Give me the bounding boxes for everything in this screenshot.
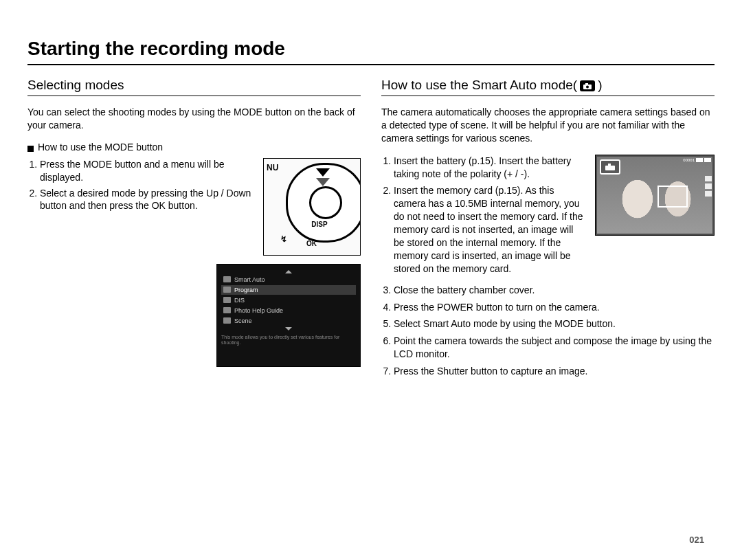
left-column: Selecting modes You can select the shoot… <box>27 78 361 382</box>
list-item: Press the MODE button and a menu will be… <box>40 158 256 184</box>
smart-auto-mode-icon <box>580 80 595 91</box>
svg-rect-3 <box>605 166 615 170</box>
menu-row: Photo Help Guide <box>221 306 356 315</box>
card-icon <box>696 158 703 162</box>
list-item: Press the POWER button to turn on the ca… <box>394 301 715 314</box>
smart-auto-icon <box>223 276 231 282</box>
center-button-icon <box>309 186 342 219</box>
right-subhead: How to use the Smart Auto mode( ) <box>381 78 715 93</box>
right-steps-text: Insert the battery (p.15). Insert the ba… <box>381 155 584 280</box>
columns: Selecting modes You can select the shoot… <box>27 78 715 382</box>
svg-rect-1 <box>585 83 588 85</box>
left-rule <box>27 96 361 96</box>
page-title: Starting the recording mode <box>27 38 715 60</box>
shot-counter: 00001 <box>683 158 695 162</box>
menu-label: Scene <box>234 317 252 324</box>
list-item: Insert the memory card (p.15). As this c… <box>394 184 584 275</box>
list-item: Point the camera towards the subject and… <box>394 335 715 361</box>
scene-icon <box>223 317 231 324</box>
list-item: Press the Shutter button to capture an i… <box>394 365 715 378</box>
title-rule <box>27 64 715 65</box>
menu-label: DIS <box>234 297 245 304</box>
left-steps: Press the MODE button and a menu will be… <box>27 158 256 213</box>
dis-icon <box>223 297 231 303</box>
manual-page: Starting the recording mode Selecting mo… <box>0 0 742 560</box>
svg-point-2 <box>586 85 589 88</box>
subhead-post: ) <box>598 78 602 93</box>
right-steps-wrap: Insert the battery (p.15). Insert the ba… <box>381 155 715 280</box>
down-arrow-icon <box>316 168 330 177</box>
list-item: Select Smart Auto mode by using the MODE… <box>394 317 715 331</box>
right-steps-cont: Close the battery chamber cover. Press t… <box>381 284 715 378</box>
right-overlay-icons <box>705 176 712 197</box>
howto-heading-block: How to use the MODE button <box>27 142 361 153</box>
menu-label: Smart Auto <box>234 276 265 283</box>
battery-icon <box>704 158 711 162</box>
menu-label: Photo Help Guide <box>234 307 283 314</box>
svg-rect-4 <box>608 164 611 166</box>
left-intro: You can select the shooting modes by usi… <box>27 106 361 132</box>
af-frame-icon <box>657 186 688 208</box>
overlay-icon <box>705 176 712 181</box>
lcd-preview-illustration: 00001 <box>595 155 715 236</box>
list-item: Select a desired mode by pressing the Up… <box>40 187 256 213</box>
overlay-icon <box>705 191 712 197</box>
down-arrow-shadow-icon <box>316 178 330 186</box>
howto-heading: How to use the MODE button <box>38 142 163 153</box>
menu-row: Smart Auto <box>221 275 356 284</box>
square-bullet-icon <box>27 146 34 152</box>
menu-hint: This mode allows you to directly set var… <box>221 335 356 346</box>
right-rule <box>381 96 715 96</box>
subhead-pre: How to use the Smart Auto mode( <box>381 78 577 93</box>
mode-menu-screenshot: Smart Auto Program DIS Photo Help Guide … <box>216 264 361 367</box>
program-icon <box>223 287 231 293</box>
list-item: Close the battery chamber cover. <box>394 284 715 297</box>
photo-help-icon <box>223 307 231 313</box>
menu-row-selected: Program <box>221 285 356 295</box>
right-intro: The camera automatically chooses the app… <box>381 106 715 145</box>
menu-label: Program <box>234 287 258 293</box>
camera-back-illustration: NU DISP ↯ OK <box>263 158 361 256</box>
menu-row: DIS <box>221 295 356 305</box>
disp-label: DISP <box>302 221 337 228</box>
nu-label: NU <box>267 163 278 172</box>
left-subhead: Selecting modes <box>27 78 361 93</box>
overlay-icon <box>705 183 712 189</box>
ok-label: OK <box>306 240 317 247</box>
right-column: How to use the Smart Auto mode( ) The ca… <box>381 78 715 382</box>
right-steps: Insert the battery (p.15). Insert the ba… <box>381 155 584 276</box>
left-steps-wrap: Press the MODE button and a menu will be… <box>27 158 361 256</box>
page-number: 021 <box>689 535 704 545</box>
status-bar-icons: 00001 <box>683 158 711 162</box>
menu-down-arrow-icon <box>285 327 292 331</box>
menu-row: Scene <box>221 316 356 326</box>
menu-up-arrow-icon <box>285 270 292 273</box>
flash-icon: ↯ <box>280 234 287 244</box>
left-steps-text: Press the MODE button and a menu will be… <box>27 158 256 256</box>
mode-indicator-icon <box>600 159 620 175</box>
list-item: Insert the battery (p.15). Insert the ba… <box>394 155 584 181</box>
